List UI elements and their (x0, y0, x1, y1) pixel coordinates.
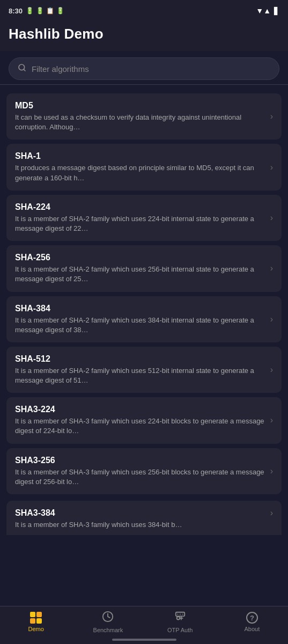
algo-desc-sha1: It produces a message digest based on pr… (15, 163, 266, 182)
chevron-sha3-224: › (270, 415, 273, 425)
chevron-sha3-384: › (270, 508, 273, 518)
icon-3: 📋 (46, 7, 54, 14)
chevron-sha224: › (270, 213, 273, 223)
partial-card-wrap: SHA3-384 It is a member of SHA-3 family … (0, 501, 288, 535)
nav-label-benchmark: Benchmark (93, 627, 123, 633)
status-right-icons: ▼▲ ▋ (256, 6, 279, 15)
algo-name-sha1: SHA-1 (15, 151, 266, 161)
nav-label-demo: Demo (28, 626, 43, 632)
algo-content-sha3-256: SHA3-256 It is a member of SHA-3 family … (15, 456, 266, 487)
content-area: MD5 It can be used as a checksum to veri… (0, 91, 288, 578)
chevron-sha256: › (270, 264, 273, 273)
otp-icon (174, 611, 186, 625)
chevron-sha1: › (270, 163, 273, 172)
algo-content-md5: MD5 It can be used as a checksum to veri… (15, 101, 266, 132)
algo-name-sha3-256: SHA3-256 (15, 456, 266, 465)
algo-name-sha224: SHA-224 (15, 202, 266, 212)
battery-icon: ▋ (274, 7, 279, 15)
algo-card-md5[interactable]: MD5 It can be used as a checksum to veri… (6, 93, 282, 140)
wifi-icon: ▼▲ (256, 6, 271, 15)
home-indicator (112, 639, 176, 641)
algo-desc-sha3-384: It is a member of SHA-3 family which use… (15, 520, 266, 530)
algo-desc-sha256: It is a member of SHA-2 family which use… (15, 265, 266, 284)
algo-name-sha3-384: SHA3-384 (15, 508, 266, 518)
nav-item-otp[interactable]: OTP Auth (144, 611, 216, 633)
icon-2: 🔋 (36, 7, 44, 14)
algo-card-sha224[interactable]: SHA-224 It is a member of SHA-2 family w… (6, 195, 282, 241)
divider (0, 84, 288, 85)
svg-line-1 (24, 69, 25, 71)
page-title: Hashlib Demo (9, 26, 279, 42)
algo-content-sha3-384: SHA3-384 It is a member of SHA-3 family … (15, 508, 266, 530)
nav-label-about: About (245, 626, 260, 632)
demo-grid-icon (30, 612, 42, 624)
algo-card-sha3-384-partial[interactable]: SHA3-384 It is a member of SHA-3 family … (6, 501, 282, 535)
algo-card-sha3-256[interactable]: SHA3-256 It is a member of SHA-3 family … (6, 448, 282, 494)
algo-card-sha512[interactable]: SHA-512 It is a member of SHA-2 family w… (6, 347, 282, 393)
grid-cell-3 (30, 618, 35, 624)
chevron-md5: › (270, 112, 273, 121)
search-input[interactable] (32, 64, 270, 74)
algo-card-sha256[interactable]: SHA-256 It is a member of SHA-2 family w… (6, 245, 282, 291)
algo-desc-sha224: It is a member of SHA-2 family which use… (15, 214, 266, 233)
algo-card-sha3-224[interactable]: SHA3-224 It is a member of SHA-3 family … (6, 397, 282, 443)
algo-desc-sha3-224: It is a member of SHA-3 family which use… (15, 416, 266, 436)
status-system-icons: 🔋 🔋 📋 🔋 (26, 7, 64, 14)
algo-name-sha256: SHA-256 (15, 253, 266, 262)
algo-desc-md5: It can be used as a checksum to verify d… (15, 113, 266, 132)
chevron-sha512: › (270, 365, 273, 375)
nav-item-benchmark[interactable]: Benchmark (72, 611, 144, 633)
algo-name-sha512: SHA-512 (15, 354, 266, 364)
status-bar: 8:30 🔋 🔋 📋 🔋 ▼▲ ▋ (0, 0, 288, 19)
nav-item-about[interactable]: ? About (216, 612, 288, 632)
search-bar[interactable] (9, 57, 279, 80)
algo-desc-sha512: It is a member of SHA-2 family which use… (15, 366, 266, 385)
algo-desc-sha3-256: It is a member of SHA-3 family which use… (15, 467, 266, 487)
benchmark-icon (102, 611, 114, 625)
search-icon (18, 63, 26, 74)
grid-cell-1 (30, 612, 35, 617)
algo-content-sha3-224: SHA3-224 It is a member of SHA-3 family … (15, 405, 266, 436)
algo-content-sha1: SHA-1 It produces a message digest based… (15, 151, 266, 182)
algo-name-sha3-224: SHA3-224 (15, 405, 266, 414)
chevron-sha384: › (270, 314, 273, 324)
icon-1: 🔋 (26, 7, 34, 14)
nav-item-demo[interactable]: Demo (0, 612, 72, 632)
algo-content-sha256: SHA-256 It is a member of SHA-2 family w… (15, 253, 266, 284)
algo-desc-sha384: It is a member of SHA-2 family which use… (15, 316, 266, 335)
algo-content-sha512: SHA-512 It is a member of SHA-2 family w… (15, 354, 266, 385)
algorithm-list: MD5 It can be used as a checksum to veri… (0, 91, 288, 496)
status-time-area: 8:30 🔋 🔋 📋 🔋 (9, 7, 64, 15)
nav-label-otp: OTP Auth (167, 627, 193, 633)
chevron-sha3-256: › (270, 466, 273, 476)
algo-content-sha224: SHA-224 It is a member of SHA-2 family w… (15, 202, 266, 233)
grid-cell-4 (36, 618, 42, 624)
algo-name-sha384: SHA-384 (15, 304, 266, 313)
algo-content-sha384: SHA-384 It is a member of SHA-2 family w… (15, 304, 266, 335)
grid-cell-2 (36, 612, 42, 617)
algo-card-sha1[interactable]: SHA-1 It produces a message digest based… (6, 144, 282, 190)
icon-4: 🔋 (56, 7, 64, 14)
header: Hashlib Demo (0, 19, 288, 51)
about-icon: ? (246, 612, 258, 624)
status-time: 8:30 (9, 7, 23, 15)
algo-card-sha384[interactable]: SHA-384 It is a member of SHA-2 family w… (6, 296, 282, 342)
algo-name-md5: MD5 (15, 101, 266, 111)
